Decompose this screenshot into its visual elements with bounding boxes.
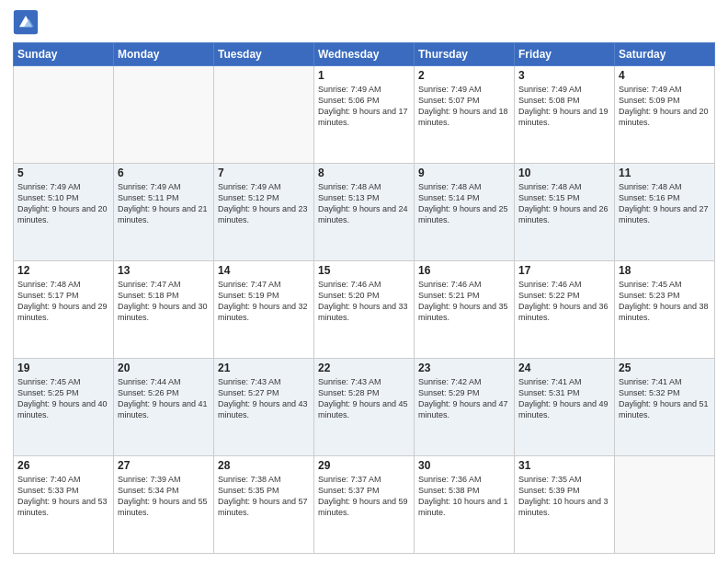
calendar-cell: 27Sunrise: 7:39 AM Sunset: 5:34 PM Dayli… (114, 456, 214, 554)
calendar-cell: 15Sunrise: 7:46 AM Sunset: 5:20 PM Dayli… (314, 261, 415, 359)
day-info: Sunrise: 7:48 AM Sunset: 5:17 PM Dayligh… (17, 279, 109, 324)
day-info: Sunrise: 7:41 AM Sunset: 5:32 PM Dayligh… (619, 376, 711, 421)
day-info: Sunrise: 7:47 AM Sunset: 5:18 PM Dayligh… (118, 279, 210, 324)
calendar-cell (14, 66, 114, 164)
day-number: 12 (17, 264, 109, 277)
day-number: 24 (518, 362, 610, 374)
day-info: Sunrise: 7:36 AM Sunset: 5:38 PM Dayligh… (418, 474, 510, 519)
calendar-cell: 3Sunrise: 7:49 AM Sunset: 5:08 PM Daylig… (515, 66, 615, 164)
calendar-cell: 9Sunrise: 7:48 AM Sunset: 5:14 PM Daylig… (415, 164, 515, 261)
day-number: 6 (118, 167, 210, 179)
calendar-cell: 10Sunrise: 7:48 AM Sunset: 5:15 PM Dayli… (515, 164, 615, 261)
day-number: 8 (318, 167, 410, 179)
day-number: 30 (418, 459, 510, 472)
weekday-header: Tuesday (214, 43, 314, 66)
weekday-header: Sunday (14, 43, 114, 66)
calendar-cell: 22Sunrise: 7:43 AM Sunset: 5:28 PM Dayli… (314, 359, 415, 456)
day-number: 22 (318, 362, 410, 374)
page: SundayMondayTuesdayWednesdayThursdayFrid… (0, 0, 728, 563)
calendar-cell (114, 66, 214, 164)
calendar-week-row: 19Sunrise: 7:45 AM Sunset: 5:25 PM Dayli… (14, 359, 715, 456)
calendar-cell: 21Sunrise: 7:43 AM Sunset: 5:27 PM Dayli… (214, 359, 314, 456)
calendar-cell: 31Sunrise: 7:35 AM Sunset: 5:39 PM Dayli… (515, 456, 615, 554)
day-info: Sunrise: 7:35 AM Sunset: 5:39 PM Dayligh… (518, 474, 610, 519)
day-info: Sunrise: 7:45 AM Sunset: 5:25 PM Dayligh… (17, 376, 109, 421)
day-number: 28 (218, 459, 310, 472)
day-number: 2 (418, 69, 510, 82)
day-info: Sunrise: 7:39 AM Sunset: 5:34 PM Dayligh… (118, 474, 210, 519)
weekday-header: Saturday (615, 43, 715, 66)
calendar-cell (615, 456, 715, 554)
calendar-cell: 12Sunrise: 7:48 AM Sunset: 5:17 PM Dayli… (14, 261, 114, 359)
day-info: Sunrise: 7:49 AM Sunset: 5:10 PM Dayligh… (17, 181, 109, 226)
day-info: Sunrise: 7:43 AM Sunset: 5:27 PM Dayligh… (218, 376, 310, 421)
day-info: Sunrise: 7:38 AM Sunset: 5:35 PM Dayligh… (218, 474, 310, 519)
day-info: Sunrise: 7:42 AM Sunset: 5:29 PM Dayligh… (418, 376, 510, 421)
day-number: 14 (218, 264, 310, 277)
day-info: Sunrise: 7:48 AM Sunset: 5:13 PM Dayligh… (318, 181, 410, 226)
calendar-cell: 18Sunrise: 7:45 AM Sunset: 5:23 PM Dayli… (615, 261, 715, 359)
day-info: Sunrise: 7:47 AM Sunset: 5:19 PM Dayligh… (218, 279, 310, 324)
calendar-cell: 26Sunrise: 7:40 AM Sunset: 5:33 PM Dayli… (14, 456, 114, 554)
calendar-cell: 8Sunrise: 7:48 AM Sunset: 5:13 PM Daylig… (314, 164, 415, 261)
calendar-cell: 25Sunrise: 7:41 AM Sunset: 5:32 PM Dayli… (615, 359, 715, 456)
calendar-cell: 2Sunrise: 7:49 AM Sunset: 5:07 PM Daylig… (415, 66, 515, 164)
day-info: Sunrise: 7:46 AM Sunset: 5:21 PM Dayligh… (418, 279, 510, 324)
calendar-cell: 4Sunrise: 7:49 AM Sunset: 5:09 PM Daylig… (615, 66, 715, 164)
calendar-cell: 7Sunrise: 7:49 AM Sunset: 5:12 PM Daylig… (214, 164, 314, 261)
calendar-cell: 23Sunrise: 7:42 AM Sunset: 5:29 PM Dayli… (415, 359, 515, 456)
day-info: Sunrise: 7:46 AM Sunset: 5:20 PM Dayligh… (318, 279, 410, 324)
day-info: Sunrise: 7:49 AM Sunset: 5:11 PM Dayligh… (118, 181, 210, 226)
day-number: 20 (118, 362, 210, 374)
calendar-cell: 6Sunrise: 7:49 AM Sunset: 5:11 PM Daylig… (114, 164, 214, 261)
day-number: 15 (318, 264, 410, 277)
day-info: Sunrise: 7:45 AM Sunset: 5:23 PM Dayligh… (619, 279, 711, 324)
day-info: Sunrise: 7:37 AM Sunset: 5:37 PM Dayligh… (318, 474, 410, 519)
day-info: Sunrise: 7:48 AM Sunset: 5:15 PM Dayligh… (518, 181, 610, 226)
day-number: 7 (218, 167, 310, 179)
logo (13, 9, 42, 35)
calendar-cell: 17Sunrise: 7:46 AM Sunset: 5:22 PM Dayli… (515, 261, 615, 359)
day-info: Sunrise: 7:46 AM Sunset: 5:22 PM Dayligh… (518, 279, 610, 324)
day-number: 13 (118, 264, 210, 277)
day-number: 21 (218, 362, 310, 374)
calendar-cell: 11Sunrise: 7:48 AM Sunset: 5:16 PM Dayli… (615, 164, 715, 261)
day-info: Sunrise: 7:48 AM Sunset: 5:14 PM Dayligh… (418, 181, 510, 226)
calendar-week-row: 26Sunrise: 7:40 AM Sunset: 5:33 PM Dayli… (14, 456, 715, 554)
day-info: Sunrise: 7:40 AM Sunset: 5:33 PM Dayligh… (17, 474, 109, 519)
weekday-header: Thursday (415, 43, 515, 66)
calendar-cell: 19Sunrise: 7:45 AM Sunset: 5:25 PM Dayli… (14, 359, 114, 456)
day-number: 19 (17, 362, 109, 374)
calendar-cell: 24Sunrise: 7:41 AM Sunset: 5:31 PM Dayli… (515, 359, 615, 456)
day-number: 9 (418, 167, 510, 179)
day-number: 4 (619, 69, 711, 82)
day-number: 17 (518, 264, 610, 277)
calendar-cell: 5Sunrise: 7:49 AM Sunset: 5:10 PM Daylig… (14, 164, 114, 261)
calendar-cell: 28Sunrise: 7:38 AM Sunset: 5:35 PM Dayli… (214, 456, 314, 554)
calendar-cell: 16Sunrise: 7:46 AM Sunset: 5:21 PM Dayli… (415, 261, 515, 359)
day-info: Sunrise: 7:49 AM Sunset: 5:12 PM Dayligh… (218, 181, 310, 226)
day-number: 25 (619, 362, 711, 374)
day-number: 11 (619, 167, 711, 179)
day-info: Sunrise: 7:49 AM Sunset: 5:09 PM Dayligh… (619, 84, 711, 129)
calendar-header-row: SundayMondayTuesdayWednesdayThursdayFrid… (14, 43, 715, 66)
calendar-week-row: 12Sunrise: 7:48 AM Sunset: 5:17 PM Dayli… (14, 261, 715, 359)
calendar-cell (214, 66, 314, 164)
day-info: Sunrise: 7:49 AM Sunset: 5:07 PM Dayligh… (418, 84, 510, 129)
day-info: Sunrise: 7:44 AM Sunset: 5:26 PM Dayligh… (118, 376, 210, 421)
calendar-cell: 1Sunrise: 7:49 AM Sunset: 5:06 PM Daylig… (314, 66, 415, 164)
day-number: 26 (17, 459, 109, 472)
calendar-cell: 29Sunrise: 7:37 AM Sunset: 5:37 PM Dayli… (314, 456, 415, 554)
weekday-header: Monday (114, 43, 214, 66)
day-number: 5 (17, 167, 109, 179)
day-info: Sunrise: 7:41 AM Sunset: 5:31 PM Dayligh… (518, 376, 610, 421)
calendar-cell: 13Sunrise: 7:47 AM Sunset: 5:18 PM Dayli… (114, 261, 214, 359)
calendar-cell: 14Sunrise: 7:47 AM Sunset: 5:19 PM Dayli… (214, 261, 314, 359)
calendar-cell: 30Sunrise: 7:36 AM Sunset: 5:38 PM Dayli… (415, 456, 515, 554)
calendar: SundayMondayTuesdayWednesdayThursdayFrid… (13, 42, 715, 554)
day-number: 10 (518, 167, 610, 179)
weekday-header: Wednesday (314, 43, 415, 66)
calendar-body: 1Sunrise: 7:49 AM Sunset: 5:06 PM Daylig… (14, 66, 715, 554)
day-number: 16 (418, 264, 510, 277)
day-info: Sunrise: 7:49 AM Sunset: 5:06 PM Dayligh… (318, 84, 410, 129)
